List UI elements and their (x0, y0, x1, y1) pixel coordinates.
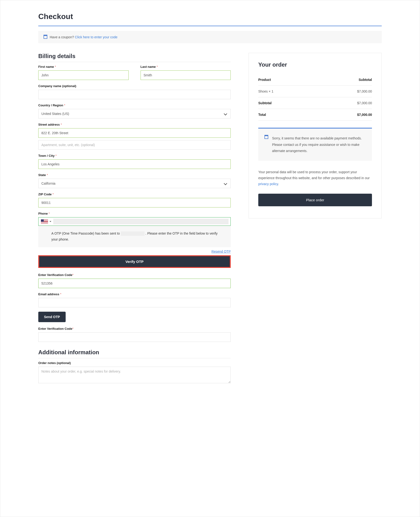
item-price: $7,000.00 (315, 86, 372, 97)
vcode2-label: Enter Verification Code* (38, 327, 231, 330)
coupon-text: Have a coupon? Click here to enter your … (50, 35, 118, 39)
company-label: Company name (optional) (38, 84, 231, 88)
street-label: Street address * (38, 123, 231, 126)
th-subtotal: Subtotal (315, 74, 372, 86)
last-name-input[interactable] (141, 70, 231, 80)
notes-label: Order notes (optional) (38, 361, 231, 365)
verify-otp-button[interactable]: Verify OTP (38, 255, 231, 268)
phone-input-row[interactable] (38, 217, 231, 226)
otp-message-box: A OTP (One Time Passcode) has been sent … (38, 226, 231, 247)
title-divider (38, 26, 382, 26)
privacy-text: Your personal data will be used to proce… (258, 169, 372, 187)
street-input[interactable] (38, 128, 231, 138)
th-product: Product (258, 74, 315, 86)
resend-otp-link[interactable]: Resend OTP (211, 250, 231, 253)
country-value: United States (US) (41, 112, 69, 116)
order-summary-table: Product Subtotal Shoes × 1 $7,000.00 Sub… (258, 74, 372, 121)
country-label: Country / Region * (38, 104, 231, 107)
city-label: Town / City * (38, 154, 231, 158)
first-name-label: First name * (38, 65, 129, 68)
item-name: Shoes × 1 (258, 86, 315, 97)
first-name-input[interactable] (38, 70, 129, 80)
place-order-button[interactable]: Place order (258, 194, 372, 206)
state-select[interactable]: California (38, 179, 231, 188)
subtotal-label: Subtotal (258, 97, 315, 109)
total-value: $7,000.00 (315, 109, 372, 121)
subtotal-value: $7,000.00 (315, 97, 372, 109)
privacy-dot: . (278, 182, 279, 186)
otp-phone-masked (121, 231, 145, 236)
otp-msg-pre: A OTP (One Time Passcode) has been sent … (51, 231, 121, 235)
coupon-prompt: Have a coupon? (50, 35, 75, 39)
payment-notice: Sorry, it seems that there are no availa… (258, 128, 372, 161)
vcode-label: Enter Verification Code* (38, 273, 231, 277)
state-label: State * (38, 173, 231, 177)
page-title: Checkout (38, 12, 382, 21)
billing-heading: Billing details (38, 53, 231, 62)
chevron-down-icon (224, 112, 227, 115)
email-input[interactable] (38, 298, 231, 307)
privacy-body: Your personal data will be used to proce… (258, 170, 370, 180)
resend-row: Resend OTP (38, 250, 231, 253)
email-label: Email address * (38, 292, 231, 296)
payment-notice-text: Sorry, it seems that there are no availa… (272, 136, 362, 153)
phone-value-masked (53, 219, 229, 224)
us-flag-icon (41, 219, 48, 224)
flag-caret-icon (49, 221, 51, 222)
zip-input[interactable] (38, 198, 231, 207)
verification-code-input[interactable] (38, 279, 231, 288)
coupon-icon (44, 35, 47, 39)
send-otp-button[interactable]: Send OTP (38, 312, 66, 322)
zip-label: ZIP Code * (38, 192, 231, 196)
coupon-bar: Have a coupon? Click here to enter your … (38, 31, 382, 43)
order-notes-textarea[interactable] (38, 367, 231, 383)
order-heading: Your order (258, 61, 372, 68)
street2-input[interactable] (38, 140, 231, 150)
coupon-link[interactable]: Click here to enter your code (75, 35, 118, 39)
privacy-policy-link[interactable]: privacy policy (258, 182, 278, 186)
company-input[interactable] (38, 90, 231, 99)
chevron-down-icon (224, 182, 227, 185)
city-input[interactable] (38, 160, 231, 169)
notice-icon (264, 136, 268, 139)
additional-heading: Additional information (38, 349, 231, 358)
state-value: California (41, 182, 55, 185)
verification-code2-input[interactable] (38, 332, 231, 342)
phone-label: Phone * (38, 212, 231, 215)
country-select[interactable]: United States (US) (38, 109, 231, 119)
last-name-label: Last name * (141, 65, 231, 68)
total-label: Total (258, 109, 315, 121)
